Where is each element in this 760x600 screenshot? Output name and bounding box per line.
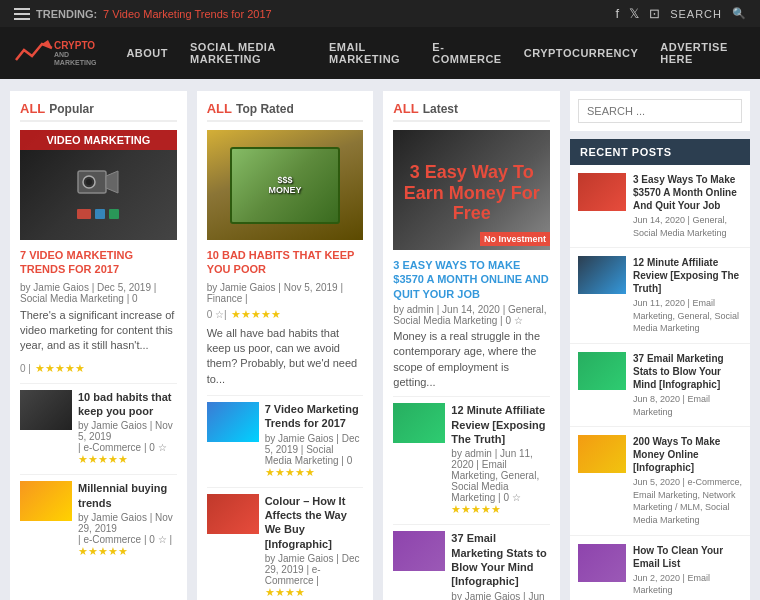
col2-item2-meta: by Jamie Gaios | Dec 29, 2019 | e-Commer… [265,553,364,586]
sidebar-search-box [570,91,750,131]
search-icon[interactable]: 🔍 [732,7,746,20]
col1-item1-stars: ★★★★★ [78,453,177,466]
col2-feat-meta: by Jamie Gaios | Nov 5, 2019 | Finance | [207,282,364,304]
trending-link[interactable]: 7 Video Marketing Trends for 2017 [103,8,272,20]
recent-meta-4: Jun 5, 2020 | e-Commerce, Email Marketin… [633,476,742,526]
logo-text: CRYPTO AND MARKETING [54,40,98,66]
recent-item-4: 200 Ways To Make Money Online [Infograph… [570,427,750,535]
col1-item1-title[interactable]: 10 bad habits that keep you poor [78,390,177,419]
recent-item-2: 12 Minute Affiliate Review [Exposing The… [570,248,750,344]
col-popular: ALL Popular Video Marketing 7 VIDEO MARK [10,91,187,600]
nav-about[interactable]: ABOUT [116,41,178,65]
col3-all: ALL [393,101,418,116]
recent-title-5[interactable]: How To Clean Your Email List [633,544,742,570]
instagram-icon[interactable]: ⊡ [649,6,660,21]
col3-big-title: 3 Easy Way To Earn Money For Free [393,156,550,224]
col2-item2-title[interactable]: Colour – How It Affects the Way We Buy [… [265,494,364,551]
col1-item1-thumb[interactable] [20,390,72,430]
main-wrap: ALL Popular Video Marketing 7 VIDEO MARK [0,79,760,600]
header: CRYPTO AND MARKETING ABOUT SOCIAL MEDIA … [0,27,760,79]
col3-header: ALL Latest [393,101,550,122]
recent-meta-5: Jun 2, 2020 | Email Marketing [633,572,742,597]
trending-label: TRENDING: [36,8,97,20]
search-input[interactable] [578,99,742,123]
col2-star-count: 0 ☆| [207,309,227,320]
col3-item1-title[interactable]: 12 Minute Affiliate Review [Exposing The… [451,403,550,446]
col2-item2-content: Colour – How It Affects the Way We Buy [… [265,494,364,599]
recent-thumb-4[interactable] [578,435,626,473]
col2-header: ALL Top Rated [207,101,364,122]
hands-visual: 3 Easy Way To Earn Money For Free No Inv… [393,130,550,250]
col-top-rated: ALL Top Rated $$$MONEY 10 BAD HABITS THA… [197,91,374,600]
col2-item1-thumb[interactable] [207,402,259,442]
recent-info-3: 37 Email Marketing Stats to Blow Your Mi… [633,352,742,418]
recent-meta-1: Jun 14, 2020 | General, Social Media Mar… [633,214,742,239]
col1-item2-thumb[interactable] [20,481,72,521]
col2-item1-title[interactable]: 7 Video Marketing Trends for 2017 [265,402,364,431]
recent-thumb-3[interactable] [578,352,626,390]
top-bar-left: TRENDING: 7 Video Marketing Trends for 2… [14,8,272,20]
hamburger-menu[interactable] [14,8,30,20]
svg-marker-2 [106,171,118,193]
col1-item2-stars: ★★★★★ [78,545,177,558]
col3-article-title[interactable]: 3 EASY WAYS TO MAKE $3570 A MONTH ONLINE… [393,258,550,301]
vid-title-overlay: Video Marketing [20,130,177,150]
col1-item2-meta2: | e-Commerce | 0 ☆ | [78,534,177,545]
col1-item2-title[interactable]: Millennial buying trends [78,481,177,510]
col3-item1-thumb[interactable] [393,403,445,443]
col3-article-desc: Money is a real struggle in the contempo… [393,329,550,391]
recent-info-4: 200 Ways To Make Money Online [Infograph… [633,435,742,526]
col2-item1-stars: ★★★★★ [265,466,364,479]
col1-star-count: 0 | [20,363,31,374]
recent-title-3[interactable]: 37 Email Marketing Stats to Blow Your Mi… [633,352,742,391]
col3-item-2: 37 Email Marketing Stats to Blow Your Mi… [393,524,550,600]
col2-feat-image[interactable]: $$$MONEY [207,130,364,240]
recent-info-1: 3 Easy Ways To Make $3570 A Month Online… [633,173,742,239]
col3-item2-thumb[interactable] [393,531,445,571]
nav-advertise[interactable]: ADVERTISE HERE [650,35,746,71]
col1-item1-meta2: | e-Commerce | 0 ☆ [78,442,177,453]
recent-title-2[interactable]: 12 Minute Affiliate Review [Exposing The… [633,256,742,295]
logo-icon [14,38,54,68]
recent-title-1[interactable]: 3 Easy Ways To Make $3570 A Month Online… [633,173,742,212]
col3-item-1: 12 Minute Affiliate Review [Exposing The… [393,396,550,516]
svg-point-4 [86,179,92,185]
col1-feat-desc: There's a significant increase of video … [20,308,177,354]
col3-label: Latest [423,102,458,116]
col1-feat-image[interactable]: Video Marketing [20,130,177,240]
bills-vis: $$$MONEY [207,130,364,240]
col1-item2-content: Millennial buying trends by Jamie Gaios … [78,481,177,558]
nav-ecommerce[interactable]: E-COMMERCE [422,35,511,71]
col2-item-1: 7 Video Marketing Trends for 2017 by Jam… [207,395,364,479]
twitter-icon[interactable]: 𝕏 [629,6,639,21]
facebook-icon[interactable]: f [616,6,620,21]
col3-feat-image[interactable]: 3 Easy Way To Earn Money For Free No Inv… [393,130,550,250]
col1-item1-content: 10 bad habits that keep you poor by Jami… [78,390,177,467]
recent-posts-title: RECENT POSTS [570,139,750,165]
nav-social-media[interactable]: SOCIAL MEDIA MARKETING [180,35,317,71]
top-bar: TRENDING: 7 Video Marketing Trends for 2… [0,0,760,27]
col2-item2-thumb[interactable] [207,494,259,534]
nav-email-marketing[interactable]: EMAIL MARKETING [319,35,420,71]
col3-item1-content: 12 Minute Affiliate Review [Exposing The… [451,403,550,516]
logo[interactable]: CRYPTO AND MARKETING [14,38,98,68]
bills-text: $$$MONEY [268,175,301,195]
recent-title-4[interactable]: 200 Ways To Make Money Online [Infograph… [633,435,742,474]
col-latest: ALL Latest 3 Easy Way To Earn Money For … [383,91,560,600]
recent-thumb-1[interactable] [578,173,626,211]
col2-all: ALL [207,101,232,116]
recent-thumb-5[interactable] [578,544,626,582]
main-nav: ABOUT SOCIAL MEDIA MARKETING EMAIL MARKE… [116,35,746,71]
nav-cryptocurrency[interactable]: CRYPTOCURRENCY [514,41,649,65]
col2-stars: ★★★★★ [231,308,281,321]
col2-item-2: Colour – How It Affects the Way We Buy [… [207,487,364,599]
col1-header: ALL Popular [20,101,177,122]
col1-feat-meta: by Jamie Gaios | Dec 5, 2019 | Social Me… [20,282,177,304]
col2-item2-stars: ★★★★ [265,586,364,599]
col2-item1-content: 7 Video Marketing Trends for 2017 by Jam… [265,402,364,479]
recent-thumb-2[interactable] [578,256,626,294]
col1-feat-title[interactable]: 7 VIDEO MARKETING TRENDS FOR 2017 [20,248,177,277]
col3-item2-title[interactable]: 37 Email Marketing Stats to Blow Your Mi… [451,531,550,588]
recent-meta-3: Jun 8, 2020 | Email Marketing [633,393,742,418]
col2-feat-title[interactable]: 10 BAD HABITS THAT KEEP YOU POOR [207,248,364,277]
